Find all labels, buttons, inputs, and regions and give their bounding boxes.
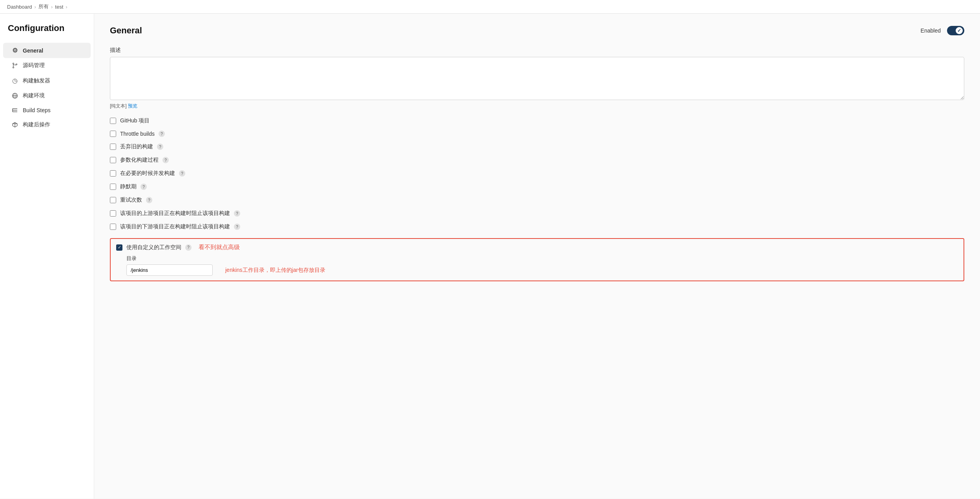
checkbox-row-concurrent: 在必要的时候并发构建 ? (110, 170, 964, 177)
concurrent-help-icon[interactable]: ? (179, 170, 185, 177)
svg-point-1 (13, 67, 14, 68)
sidebar-item-post-build[interactable]: 构建后操作 (3, 117, 91, 132)
enabled-toggle[interactable]: Enabled (921, 26, 964, 35)
checkbox-row-upstream: 该项目的上游项目正在构建时阻止该项目构建 ? (110, 210, 964, 217)
checkbox-row-discard: 丢弃旧的构建 ? (110, 143, 964, 150)
breadcrumb-test[interactable]: test (55, 4, 63, 10)
enabled-label: Enabled (921, 27, 941, 34)
section-title: General (110, 25, 142, 36)
breadcrumb-dashboard[interactable]: Dashboard (7, 4, 32, 10)
checkbox-row-retry: 重试次数 ? (110, 197, 964, 204)
sidebar-item-label-triggers: 构建触发器 (23, 77, 50, 84)
toggle-button[interactable] (947, 26, 964, 35)
checkbox-row-downstream: 该项目的下游项目正在构建时阻止该项目构建 ? (110, 223, 964, 230)
workspace-highlight-note: 看不到就点高级 (199, 244, 240, 251)
retry-help-icon[interactable]: ? (146, 197, 152, 203)
sidebar-item-triggers[interactable]: ◷ 构建触发器 (3, 73, 91, 88)
upstream-label[interactable]: 该项目的上游项目正在构建时阻止该项目构建 (120, 210, 230, 217)
workspace-sub-section: 目录 jenkins工作目录，即上传的jar包存放目录 (116, 255, 958, 276)
downstream-help-icon[interactable]: ? (234, 224, 240, 230)
clock-icon: ◷ (11, 77, 19, 84)
sidebar-item-env[interactable]: 构建环境 (3, 88, 91, 103)
workspace-label[interactable]: 使用自定义的工作空间 (126, 244, 181, 251)
concurrent-checkbox[interactable] (110, 170, 116, 177)
sidebar-item-label-general: General (23, 47, 43, 54)
breadcrumb-all[interactable]: 所有 (38, 3, 49, 10)
description-textarea[interactable] (110, 57, 964, 100)
upstream-help-icon[interactable]: ? (234, 210, 240, 217)
sidebar-item-source[interactable]: 源码管理 (3, 58, 91, 73)
sidebar-item-label-source: 源码管理 (23, 62, 45, 69)
github-label[interactable]: GitHub 项目 (120, 117, 150, 124)
sidebar-item-build-steps[interactable]: Build Steps (3, 103, 91, 117)
quiet-label[interactable]: 静默期 (120, 183, 137, 190)
quiet-help-icon[interactable]: ? (141, 184, 147, 190)
svg-point-0 (13, 63, 14, 64)
workspace-checkbox-checked[interactable]: ✓ (116, 244, 122, 251)
quiet-checkbox[interactable] (110, 184, 116, 190)
gear-icon: ⚙ (11, 47, 19, 54)
github-checkbox[interactable] (110, 118, 116, 124)
workspace-row: ✓ 使用自定义的工作空间 ? 看不到就点高级 (116, 244, 958, 251)
description-section: 描述 [纯文本] 预览 (110, 47, 964, 109)
sidebar-item-label-env: 构建环境 (23, 92, 45, 99)
sidebar-item-label-build-steps: Build Steps (23, 107, 51, 113)
discard-help-icon[interactable]: ? (157, 144, 163, 150)
concurrent-label[interactable]: 在必要的时候并发构建 (120, 170, 175, 177)
sidebar-title: Configuration (0, 23, 94, 43)
upstream-checkbox[interactable] (110, 210, 116, 217)
throttle-help-icon[interactable]: ? (159, 131, 165, 137)
sidebar-item-label-post-build: 构建后操作 (23, 121, 50, 128)
discard-label[interactable]: 丢弃旧的构建 (120, 143, 153, 150)
cube-icon (11, 122, 19, 128)
checkbox-row-github: GitHub 项目 (110, 117, 964, 124)
section-header: General Enabled (110, 25, 964, 36)
workspace-help-icon[interactable]: ? (185, 244, 192, 251)
param-label[interactable]: 参数化构建过程 (120, 157, 159, 164)
preview-link[interactable]: 预览 (128, 103, 137, 109)
retry-label[interactable]: 重试次数 (120, 197, 142, 204)
param-help-icon[interactable]: ? (162, 157, 169, 163)
sidebar: Configuration ⚙ General 源码管理 ◷ 构建触发器 (0, 14, 94, 499)
main-content: General Enabled 描述 [纯文本] 预览 GitHub 项目 (94, 14, 980, 499)
fork-icon (11, 62, 19, 69)
checkbox-row-param: 参数化构建过程 ? (110, 157, 964, 164)
breadcrumb: Dashboard › 所有 › test › (0, 0, 980, 14)
sidebar-item-general[interactable]: ⚙ General (3, 43, 91, 58)
jenkins-note: jenkins工作目录，即上传的jar包存放目录 (225, 267, 325, 274)
dir-label: 目录 (126, 255, 958, 262)
checkbox-row-throttle: Throttle builds ? (110, 131, 964, 137)
downstream-checkbox[interactable] (110, 224, 116, 230)
dir-input[interactable] (126, 264, 213, 276)
discard-checkbox[interactable] (110, 144, 116, 150)
throttle-label[interactable]: Throttle builds (120, 131, 155, 137)
workspace-section: ✓ 使用自定义的工作空间 ? 看不到就点高级 目录 jenkins工作目录，即上… (110, 238, 964, 281)
description-label: 描述 (110, 47, 964, 54)
preview-row: [纯文本] 预览 (110, 103, 964, 109)
checkbox-row-quiet: 静默期 ? (110, 183, 964, 190)
globe-icon (11, 93, 19, 99)
throttle-checkbox[interactable] (110, 131, 116, 137)
steps-icon (11, 107, 19, 113)
param-checkbox[interactable] (110, 157, 116, 163)
retry-checkbox[interactable] (110, 197, 116, 203)
checkbox-list: GitHub 项目 Throttle builds ? 丢弃旧的构建 ? 参数化… (110, 117, 964, 281)
downstream-label[interactable]: 该项目的下游项目正在构建时阻止该项目构建 (120, 223, 230, 230)
